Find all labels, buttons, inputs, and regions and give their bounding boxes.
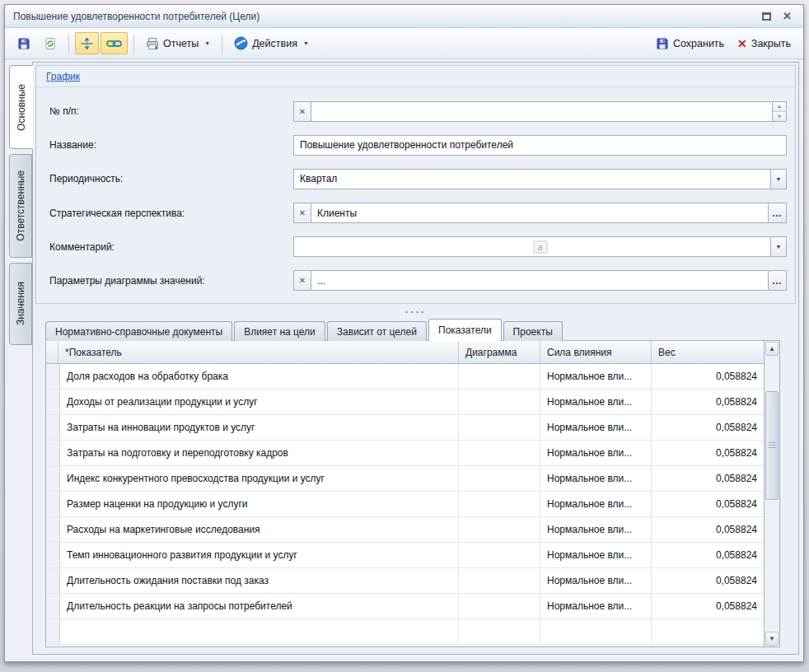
- link-toggle-button[interactable]: [101, 32, 128, 54]
- column-header-influence[interactable]: Сила влияния: [540, 341, 652, 363]
- perspective-value[interactable]: Клиенты: [311, 203, 768, 222]
- cell-diagram[interactable]: [459, 364, 540, 389]
- column-header-indicator[interactable]: *Показатель: [58, 341, 459, 363]
- cell-weight[interactable]: 0,058824: [652, 441, 764, 465]
- cell-diagram[interactable]: [459, 517, 540, 542]
- cell-diagram[interactable]: [459, 543, 540, 567]
- ellipsis-button[interactable]: …: [768, 271, 786, 290]
- cell-weight[interactable]: [652, 619, 764, 644]
- cell-weight[interactable]: 0,058824: [652, 466, 764, 491]
- table-row[interactable]: Темп инновационного развития продукции и…: [46, 543, 764, 568]
- row-selector[interactable]: [46, 364, 60, 389]
- row-selector[interactable]: [46, 619, 60, 644]
- clear-icon[interactable]: ✕: [294, 102, 311, 121]
- graph-link[interactable]: График: [46, 71, 80, 82]
- table-row[interactable]: Индекс конкурентного превосходства проду…: [46, 466, 764, 492]
- vertical-scrollbar[interactable]: ▲ ▼: [764, 341, 779, 646]
- cell-diagram[interactable]: [459, 466, 540, 491]
- close-button[interactable]: ✕ Закрыть: [732, 32, 797, 54]
- table-row[interactable]: Затраты на подготовку и переподготовку к…: [46, 441, 764, 466]
- tab-projects[interactable]: Проекты: [503, 321, 563, 341]
- scrollbar-thumb[interactable]: [765, 391, 779, 500]
- row-selector[interactable]: [46, 466, 60, 491]
- periodicity-value[interactable]: Квартал: [294, 170, 770, 189]
- diagram-params-field[interactable]: ✕ ... …: [293, 270, 787, 291]
- cell-influence[interactable]: Нормальное вли...: [540, 492, 652, 516]
- cell-influence[interactable]: Нормальное вли...: [540, 364, 652, 389]
- splitter-handle[interactable]: ····: [35, 305, 797, 319]
- scroll-down-icon[interactable]: ▼: [765, 632, 779, 646]
- scroll-up-icon[interactable]: ▲: [765, 342, 779, 356]
- dropdown-arrow-icon[interactable]: ▼: [770, 237, 786, 256]
- cell-indicator[interactable]: Доля расходов на обработку брака: [60, 364, 459, 389]
- side-tab-osnovnye[interactable]: Основные: [9, 65, 33, 149]
- table-row-partial[interactable]: [46, 619, 764, 645]
- spinner-down-icon[interactable]: ▼: [773, 112, 786, 121]
- number-value[interactable]: [311, 102, 772, 121]
- cell-indicator[interactable]: Затраты на подготовку и переподготовку к…: [60, 441, 459, 465]
- table-row[interactable]: Доля расходов на обработку бракаНормальн…: [46, 364, 764, 390]
- cell-diagram[interactable]: [459, 619, 540, 644]
- cell-weight[interactable]: 0,058824: [652, 543, 764, 567]
- cell-weight[interactable]: 0,058824: [652, 364, 764, 389]
- cell-diagram[interactable]: [459, 390, 540, 414]
- row-selector[interactable]: [46, 594, 60, 618]
- table-row[interactable]: Размер наценки на продукцию и услугиНорм…: [46, 492, 764, 517]
- save-icon-button[interactable]: [12, 32, 36, 54]
- reports-dropdown-button[interactable]: Отчеты ▼: [140, 32, 216, 54]
- cell-indicator[interactable]: Расходы на маркетинговые исследования: [60, 517, 459, 542]
- table-row[interactable]: Доходы от реализации продукции и услугНо…: [46, 390, 764, 415]
- side-tab-znacheniya[interactable]: Значения: [9, 263, 32, 345]
- cell-influence[interactable]: Нормальное вли...: [540, 466, 652, 491]
- perspective-field[interactable]: ✕ Клиенты …: [293, 203, 787, 223]
- cell-diagram[interactable]: [459, 492, 540, 516]
- row-selector[interactable]: [46, 441, 60, 465]
- table-row[interactable]: Длительность ожидания поставки под заказ…: [46, 568, 764, 594]
- row-selector[interactable]: [46, 390, 60, 414]
- number-field[interactable]: ✕ ▲ ▼: [293, 101, 787, 122]
- ellipsis-button[interactable]: …: [768, 203, 786, 222]
- cell-weight[interactable]: 0,058824: [652, 492, 764, 516]
- cell-diagram[interactable]: [459, 568, 540, 593]
- refresh-icon-button[interactable]: [38, 32, 63, 54]
- row-selector[interactable]: [46, 492, 60, 516]
- cell-indicator[interactable]: Длительность реакции на запросы потребит…: [60, 594, 459, 618]
- side-tab-otvetstvennye[interactable]: Ответственные: [9, 154, 32, 258]
- row-selector[interactable]: [46, 415, 60, 440]
- cell-indicator[interactable]: Длительность ожидания поставки под заказ: [60, 568, 459, 593]
- table-row[interactable]: Длительность реакции на запросы потребит…: [46, 594, 764, 619]
- tab-normative-documents[interactable]: Нормативно-справочные документы: [45, 321, 232, 341]
- cell-influence[interactable]: Нормальное вли...: [540, 543, 652, 567]
- row-selector[interactable]: [46, 517, 60, 542]
- cell-weight[interactable]: 0,058824: [652, 390, 764, 414]
- cell-indicator[interactable]: [60, 619, 459, 644]
- cell-diagram[interactable]: [459, 441, 540, 465]
- cell-diagram[interactable]: [459, 594, 540, 618]
- cell-weight[interactable]: 0,058824: [652, 568, 764, 593]
- column-header-weight[interactable]: Вес: [652, 341, 764, 363]
- cell-indicator[interactable]: Затраты на инновации продуктов и услуг: [60, 415, 459, 440]
- clear-icon[interactable]: ✕: [294, 203, 311, 222]
- cell-influence[interactable]: Нормальное вли...: [540, 568, 652, 593]
- table-row[interactable]: Расходы на маркетинговые исследованияНор…: [46, 517, 764, 543]
- row-selector[interactable]: [46, 568, 60, 593]
- cell-diagram[interactable]: [459, 415, 540, 440]
- cell-influence[interactable]: [540, 619, 652, 644]
- cell-indicator[interactable]: Размер наценки на продукцию и услуги: [60, 492, 459, 516]
- cell-indicator[interactable]: Темп инновационного развития продукции и…: [60, 543, 459, 567]
- scrollbar-track[interactable]: [765, 357, 779, 631]
- cell-influence[interactable]: Нормальное вли...: [540, 441, 652, 465]
- cell-influence[interactable]: Нормальное вли...: [540, 415, 652, 440]
- comment-field[interactable]: a ▼: [293, 236, 787, 257]
- periodicity-field[interactable]: Квартал ▼: [293, 169, 787, 189]
- cell-influence[interactable]: Нормальное вли...: [540, 517, 652, 542]
- diagram-params-value[interactable]: ...: [311, 271, 768, 290]
- cell-weight[interactable]: 0,058824: [652, 594, 764, 618]
- clear-icon[interactable]: ✕: [294, 271, 311, 290]
- column-header-diagram[interactable]: Диаграмма: [459, 341, 540, 363]
- tab-depends-on-goals[interactable]: Зависит от целей: [327, 321, 427, 341]
- row-selector[interactable]: [46, 543, 60, 567]
- number-spinner[interactable]: ▲ ▼: [772, 102, 786, 121]
- cell-indicator[interactable]: Доходы от реализации продукции и услуг: [60, 390, 459, 414]
- cell-influence[interactable]: Нормальное вли...: [540, 390, 652, 414]
